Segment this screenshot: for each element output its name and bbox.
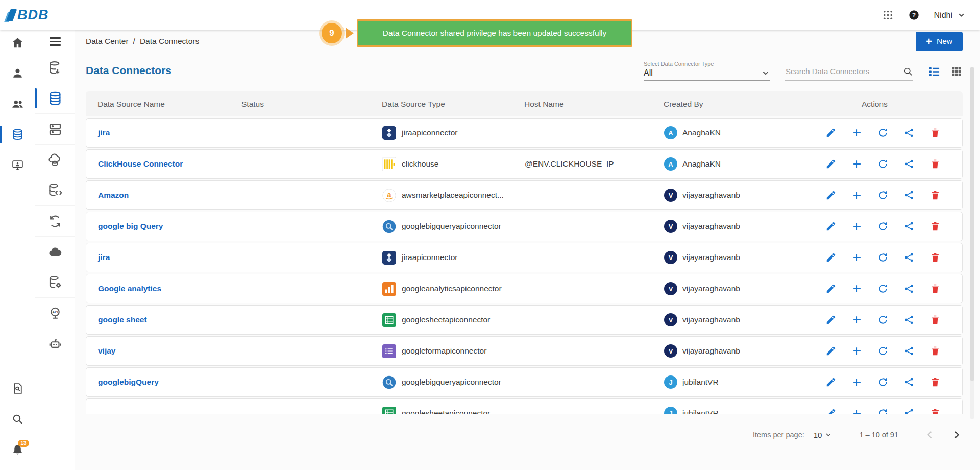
table-row[interactable]: vijay googleformapiconnector V vijayarag… (86, 336, 963, 366)
sidebar-item-search[interactable] (0, 407, 35, 431)
table-row[interactable]: jira jiraapiconnector V vijayaraghavanb (86, 243, 963, 272)
sidebar-item-user[interactable] (0, 61, 35, 85)
grid-view-toggle[interactable] (950, 65, 963, 78)
data-source-name-link[interactable]: googlebigQuery (98, 378, 242, 387)
delete-button[interactable] (929, 314, 941, 325)
edit-button[interactable] (825, 190, 837, 201)
table-row[interactable]: jira jiraapiconnector A AnaghaKN (86, 118, 963, 148)
rail-item-data-connectors[interactable] (35, 83, 75, 114)
sidebar-item-home[interactable] (0, 30, 35, 55)
reload-button[interactable] (877, 158, 889, 170)
share-button[interactable] (903, 127, 915, 138)
edit-button[interactable] (825, 127, 837, 138)
search-icon[interactable] (903, 66, 913, 77)
edit-button[interactable] (825, 252, 837, 263)
edit-button[interactable] (825, 408, 837, 414)
rail-item-data-sync[interactable] (35, 206, 75, 237)
sidebar-item-audit[interactable] (0, 376, 35, 401)
add-button[interactable] (851, 345, 863, 357)
delete-button[interactable] (929, 190, 941, 201)
add-button[interactable] (851, 252, 863, 263)
delete-button[interactable] (929, 377, 941, 388)
list-view-toggle[interactable] (927, 65, 941, 79)
add-button[interactable] (851, 127, 863, 138)
rail-item-data-prep[interactable] (35, 267, 75, 298)
menu-toggle[interactable] (35, 30, 75, 53)
rail-item-iot[interactable] (35, 328, 75, 359)
data-source-name-link[interactable]: vijay (98, 346, 242, 356)
table-row[interactable]: googlebigQuery googlebigqueryapiconnecto… (86, 367, 963, 397)
reload-button[interactable] (877, 252, 889, 263)
reload-button[interactable] (877, 408, 889, 414)
share-button[interactable] (903, 283, 915, 294)
help-button[interactable] (908, 9, 920, 21)
table-row[interactable]: ClickHouse Connector clickhouse @ENV.CLI… (86, 149, 963, 179)
rail-item-data-stores[interactable] (35, 53, 75, 83)
rail-item-api-connectors[interactable] (35, 298, 75, 328)
connector-type-dropdown[interactable]: Select Data Connector Type All (644, 61, 770, 81)
share-button[interactable] (903, 252, 915, 263)
delete-button[interactable] (929, 252, 941, 263)
edit-button[interactable] (825, 345, 837, 357)
reload-button[interactable] (877, 221, 889, 232)
share-button[interactable] (903, 158, 915, 170)
sidebar-item-user-groups[interactable] (0, 91, 35, 116)
add-button[interactable] (851, 314, 863, 325)
new-button[interactable]: + New (916, 32, 963, 51)
delete-button[interactable] (929, 345, 941, 357)
rail-item-cloud[interactable] (35, 237, 75, 267)
data-source-name-link[interactable]: ClickHouse Connector (98, 159, 242, 169)
add-button[interactable] (851, 221, 863, 232)
rail-item-data-catalog[interactable] (35, 145, 75, 175)
sidebar-item-notifications[interactable]: 13 (0, 437, 35, 462)
reload-button[interactable] (877, 377, 889, 388)
rail-item-data-sets[interactable] (35, 114, 75, 145)
delete-button[interactable] (929, 127, 941, 138)
add-button[interactable] (851, 283, 863, 294)
data-source-name-link[interactable]: Amazon (98, 191, 242, 200)
add-button[interactable] (851, 408, 863, 414)
add-button[interactable] (851, 190, 863, 201)
delete-button[interactable] (929, 158, 941, 170)
edit-button[interactable] (825, 283, 837, 294)
reload-button[interactable] (877, 127, 889, 138)
delete-button[interactable] (929, 408, 941, 414)
rail-item-data-scripts[interactable] (35, 175, 75, 206)
share-button[interactable] (903, 377, 915, 388)
share-button[interactable] (903, 408, 915, 414)
sidebar-item-user-board[interactable] (0, 153, 35, 177)
share-button[interactable] (903, 221, 915, 232)
data-source-name-link[interactable]: Google analytics (98, 284, 242, 293)
edit-button[interactable] (825, 158, 837, 170)
table-row[interactable]: googlesheetapiconnector J jubilantVR (86, 398, 963, 414)
delete-button[interactable] (929, 283, 941, 294)
data-source-name-link[interactable]: google big Query (98, 222, 242, 231)
table-row[interactable]: Google analytics googleanalyticsapiconne… (86, 274, 963, 303)
share-button[interactable] (903, 314, 915, 325)
add-button[interactable] (851, 377, 863, 388)
data-source-name-link[interactable]: jira (98, 128, 242, 137)
reload-button[interactable] (877, 283, 889, 294)
breadcrumb-parent[interactable]: Data Center (86, 37, 129, 46)
next-page-button[interactable] (950, 429, 963, 441)
reload-button[interactable] (877, 190, 889, 201)
edit-button[interactable] (825, 221, 837, 232)
table-row[interactable]: Amazon awsmarketplaceapiconnect... V vij… (86, 180, 963, 210)
add-button[interactable] (851, 158, 863, 170)
apps-grid-button[interactable] (882, 9, 894, 21)
edit-button[interactable] (825, 314, 837, 325)
reload-button[interactable] (877, 314, 889, 325)
reload-button[interactable] (877, 345, 889, 357)
table-row[interactable]: google sheet googlesheetapiconnector V v… (86, 305, 963, 335)
share-button[interactable] (903, 345, 915, 357)
data-source-name-link[interactable]: google sheet (98, 315, 242, 324)
delete-button[interactable] (929, 221, 941, 232)
bdb-logo[interactable]: BDB (8, 7, 49, 23)
edit-button[interactable] (825, 377, 837, 388)
scrollbar-thumb[interactable] (970, 67, 974, 381)
items-per-page-select[interactable]: 10 (811, 430, 836, 440)
previous-page-button[interactable] (924, 429, 936, 441)
data-source-name-link[interactable]: jira (98, 253, 242, 262)
user-menu[interactable]: Nidhi (934, 11, 966, 20)
share-button[interactable] (903, 190, 915, 201)
